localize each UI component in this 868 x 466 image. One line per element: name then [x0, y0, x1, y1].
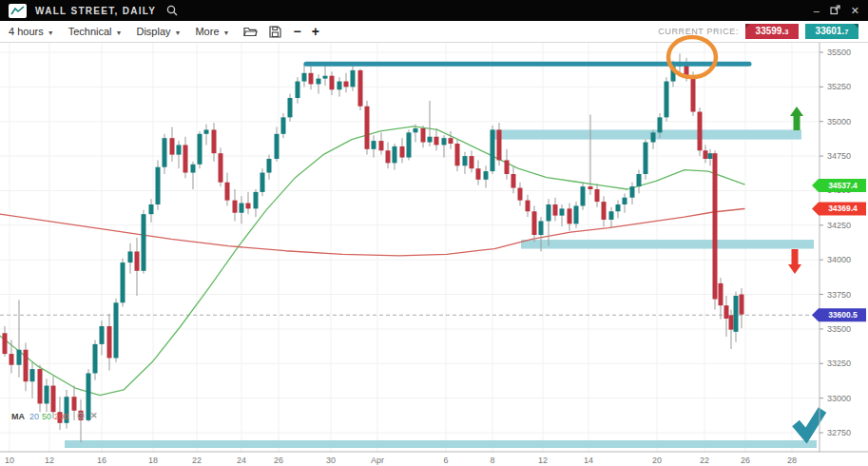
chevron-down-icon: ▼	[175, 29, 182, 36]
chart-toolbar: 4 hours ▼ Technical ▼ Display ▼ More ▼ −…	[0, 21, 868, 43]
price-tick-label: 33500	[827, 324, 851, 334]
ma-period-20: 20	[29, 412, 39, 421]
price-chart-canvas[interactable]: 3550035250350003475034500342503400033750…	[0, 43, 868, 466]
display-menu[interactable]: Display ▼	[136, 26, 181, 37]
price-tick-label: 35250	[827, 82, 851, 91]
time-tick-label: 24	[237, 456, 246, 465]
price-tick-label: 35000	[827, 117, 851, 126]
chart-title: WALL STREET, DAILY	[35, 6, 156, 16]
more-menu[interactable]: More ▼	[195, 26, 229, 37]
price-tick-label: 34000	[827, 255, 851, 264]
minimize-button[interactable]: –	[814, 6, 820, 16]
ma-periods: 2050200	[29, 412, 71, 421]
zone-band-1[interactable]	[492, 129, 801, 139]
time-tick-label: 28	[787, 456, 797, 465]
ma-legend-label: MA	[11, 412, 25, 421]
time-tick-label: 12	[45, 456, 54, 465]
price-tick-label: 33000	[827, 394, 851, 403]
time-tick-label: 30	[326, 456, 336, 465]
sell-price-badge[interactable]: 33599.3	[745, 24, 799, 39]
price-tick-label: 33250	[827, 359, 851, 368]
technical-label: Technical	[68, 26, 112, 37]
current-price-label: CURRENT PRICE:	[658, 27, 739, 36]
chevron-down-icon: ▼	[48, 29, 54, 36]
window-controls: – ✕	[814, 5, 859, 17]
current-price-axis-badge: 33600.5	[812, 308, 866, 321]
time-tick-label: 20	[652, 456, 662, 465]
time-tick-label: 26	[274, 456, 283, 465]
zoom-in-button[interactable]: +	[312, 24, 319, 39]
time-tick-label: Apr	[371, 456, 384, 465]
time-tick-label: 14	[584, 456, 593, 465]
ma-value-axis-badge: 34369.4	[812, 202, 866, 215]
svg-text:34369.4: 34369.4	[828, 204, 858, 213]
time-tick-label: 8	[490, 456, 494, 465]
time-tick-label: 16	[97, 456, 106, 465]
down-arrow-annotation[interactable]	[788, 249, 801, 274]
svg-text:34537.4: 34537.4	[828, 181, 858, 190]
save-icon[interactable]	[269, 26, 281, 38]
price-tick-label: 35500	[827, 48, 851, 57]
time-tick-label: 6	[443, 456, 448, 465]
gear-icon[interactable]: ⚙	[76, 411, 86, 421]
checkmark-annotation[interactable]	[796, 410, 822, 436]
search-icon[interactable]	[166, 5, 178, 16]
time-tick-label: 22	[192, 456, 202, 465]
price-tick-label: 32750	[827, 428, 851, 437]
chevron-down-icon: ▼	[116, 29, 123, 36]
svg-text:33600.5: 33600.5	[828, 310, 858, 320]
ma-value-axis-badge: 34537.4	[812, 179, 866, 192]
time-tick-label: 18	[148, 456, 158, 465]
zone-band-3[interactable]	[65, 440, 817, 448]
price-tick-label: 34250	[827, 221, 851, 230]
remove-indicator-icon[interactable]: ✕	[90, 412, 98, 420]
time-tick-label: 22	[700, 456, 709, 465]
technical-menu[interactable]: Technical ▼	[68, 26, 123, 37]
buy-price-badge[interactable]: 33601.7	[805, 24, 858, 39]
open-folder-icon[interactable]	[243, 26, 258, 37]
display-label: Display	[136, 26, 170, 37]
time-tick-label: 12	[538, 456, 548, 465]
zoom-out-button[interactable]: −	[293, 24, 300, 39]
chart-area[interactable]: 3550035250350003475034500342503400033750…	[0, 43, 868, 466]
time-tick-label: 26	[741, 456, 750, 465]
timeframe-label: 4 hours	[9, 26, 44, 37]
window-titlebar: WALL STREET, DAILY – ✕	[0, 0, 868, 21]
zone-band-2[interactable]	[521, 240, 814, 248]
price-tick-label: 34750	[827, 151, 851, 161]
ma-period-50: 50	[42, 412, 51, 421]
close-button[interactable]: ✕	[851, 6, 859, 16]
app-logo-icon	[9, 4, 27, 18]
time-tick-label: 10	[5, 456, 14, 465]
price-tick-label: 33750	[827, 290, 851, 300]
chevron-down-icon: ▼	[223, 29, 230, 36]
ma-indicator-legend: MA 2050200 ⚙ ✕	[11, 411, 97, 421]
support-resistance-zones[interactable]	[65, 129, 817, 448]
timeframe-dropdown[interactable]: 4 hours ▼	[9, 26, 54, 37]
ma-period-200: 200	[54, 412, 68, 421]
popout-icon[interactable]	[830, 5, 840, 17]
more-label: More	[195, 26, 219, 37]
highlight-circle-annotation[interactable]	[668, 37, 716, 77]
